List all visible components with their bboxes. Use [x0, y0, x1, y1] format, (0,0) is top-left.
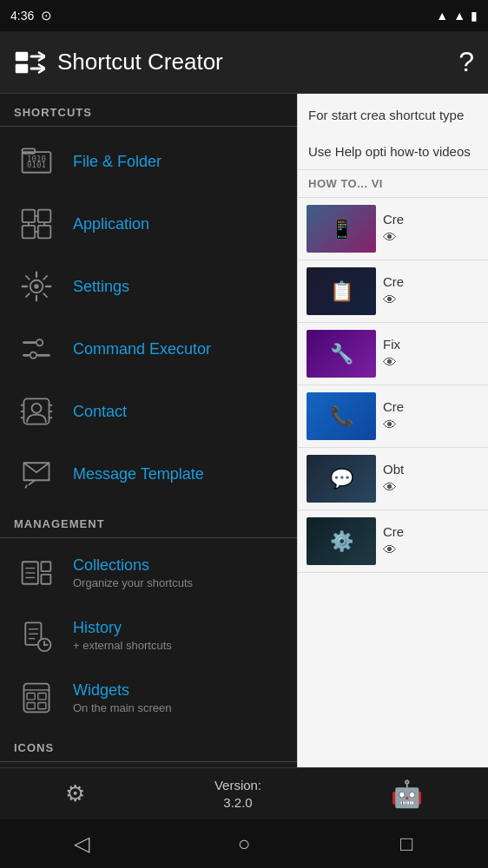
file-folder-text: File & Folder: [73, 153, 162, 171]
video-thumb-bg-1: 📱: [307, 205, 376, 253]
status-time: 4:36: [10, 9, 34, 23]
application-label: Application: [73, 215, 149, 233]
video-title-1: Cre: [383, 212, 479, 227]
svg-rect-6: [23, 210, 36, 223]
contact-label: Contact: [73, 403, 127, 421]
svg-line-23: [26, 293, 30, 297]
top-bar: Shortcut Creator ?: [0, 31, 488, 94]
svg-rect-7: [38, 210, 51, 223]
status-bar: 4:36 ⊙ ▲ ▲ ▮: [0, 0, 488, 31]
collections-sublabel: Organize your shortcuts: [73, 576, 193, 589]
command-executor-text: Command Executor: [73, 340, 211, 358]
svg-rect-0: [16, 52, 28, 61]
svg-rect-9: [38, 226, 51, 239]
right-panel: For start crea shortcut type Use Help op…: [297, 94, 488, 767]
command-executor-icon: [14, 326, 59, 372]
contact-text: Contact: [73, 403, 127, 421]
how-to-label: HOW TO... VI: [298, 170, 488, 198]
video-title-2: Cre: [383, 274, 479, 289]
contact-icon: [14, 389, 59, 434]
nav-bar: ◁ ○ □: [0, 819, 488, 868]
robot-icon: 🤖: [391, 779, 423, 809]
video-eye-6: 👁: [383, 542, 479, 558]
message-template-label: Message Template: [73, 465, 204, 483]
svg-line-38: [25, 485, 27, 489]
history-sublabel: + external shortcuts: [73, 639, 172, 652]
video-info-3: Fix 👁: [383, 337, 479, 371]
svg-rect-56: [38, 694, 46, 700]
svg-rect-57: [27, 702, 35, 708]
video-info-6: Cre 👁: [383, 524, 479, 558]
settings-button[interactable]: ⚙: [65, 780, 85, 807]
message-template-icon: [14, 451, 59, 496]
svg-line-20: [26, 276, 30, 279]
video-thumb-bg-6: ⚙️: [307, 517, 376, 565]
collections-text: Collections Organize your shortcuts: [73, 556, 193, 589]
home-button[interactable]: ○: [218, 832, 270, 856]
svg-rect-40: [41, 562, 50, 571]
settings-label: Settings: [73, 278, 129, 296]
svg-text:1010: 1010: [27, 155, 46, 163]
video-item-5[interactable]: 💬 Obt 👁: [298, 448, 488, 510]
application-icon: [14, 201, 59, 247]
status-time-area: 4:36 ⊙: [10, 8, 52, 23]
svg-point-26: [30, 352, 36, 358]
collections-label: Collections: [73, 556, 193, 575]
robot-button[interactable]: 🤖: [391, 779, 423, 809]
recent-button[interactable]: □: [380, 832, 432, 856]
wifi-icon: ▲: [436, 9, 448, 23]
message-template-text: Message Template: [73, 465, 204, 483]
widgets-label: Widgets: [73, 681, 171, 700]
svg-rect-41: [41, 575, 50, 584]
version-info: Version: 3.2.0: [214, 777, 261, 811]
svg-line-21: [43, 293, 47, 297]
signal-icon: ▲: [453, 9, 465, 23]
video-info-1: Cre 👁: [383, 212, 479, 246]
video-eye-1: 👁: [383, 230, 479, 246]
app-title: Shortcut Creator: [57, 49, 446, 76]
video-eye-5: 👁: [383, 480, 479, 496]
video-eye-4: 👁: [383, 418, 479, 433]
widgets-icon: [14, 675, 59, 720]
version-number: 3.2.0: [214, 794, 261, 812]
widgets-text: Widgets On the main screen: [73, 681, 171, 714]
svg-point-30: [32, 404, 42, 413]
svg-rect-53: [23, 684, 49, 713]
back-button[interactable]: ◁: [56, 832, 108, 856]
svg-rect-8: [23, 226, 36, 239]
collections-icon: [14, 550, 59, 595]
video-item-3[interactable]: 🔧 Fix 👁: [298, 323, 488, 385]
settings-icon: [14, 264, 59, 309]
video-thumb-3: 🔧: [307, 330, 376, 378]
video-thumb-bg-3: 🔧: [307, 330, 376, 378]
bottom-bar: ⚙ Version: 3.2.0 🤖: [0, 767, 488, 819]
history-label: History: [73, 619, 172, 637]
app-logo-icon: [14, 47, 45, 78]
video-thumb-2: 📋: [307, 267, 376, 315]
video-item-1[interactable]: 📱 Cre 👁: [298, 198, 488, 260]
video-item-6[interactable]: ⚙️ Cre 👁: [298, 510, 488, 573]
right-panel-text2: Use Help opti how-to videos: [308, 144, 471, 159]
notification-icon: ⊙: [41, 8, 52, 23]
video-item-2[interactable]: 📋 Cre 👁: [298, 260, 488, 323]
video-eye-2: 👁: [383, 293, 479, 308]
history-text: History + external shortcuts: [73, 619, 172, 652]
settings-gear-icon: ⚙: [65, 780, 85, 807]
widgets-sublabel: On the main screen: [73, 701, 171, 714]
video-info-5: Obt 👁: [383, 462, 479, 496]
right-panel-text1: For start crea shortcut type: [308, 108, 464, 122]
video-title-5: Obt: [383, 462, 479, 477]
version-label: Version:: [214, 777, 261, 794]
svg-point-25: [36, 339, 43, 345]
application-text: Application: [73, 215, 149, 233]
video-thumb-4: 📞: [307, 392, 376, 440]
video-thumb-1: 📱: [307, 205, 376, 253]
video-eye-3: 👁: [383, 355, 479, 371]
history-icon: +: [14, 613, 59, 658]
help-button[interactable]: ?: [458, 46, 474, 78]
video-title-3: Fix: [383, 337, 479, 352]
svg-point-15: [34, 284, 38, 288]
svg-rect-58: [38, 702, 46, 708]
video-thumb-6: ⚙️: [307, 517, 376, 565]
video-item-4[interactable]: 📞 Cre 👁: [298, 385, 488, 448]
